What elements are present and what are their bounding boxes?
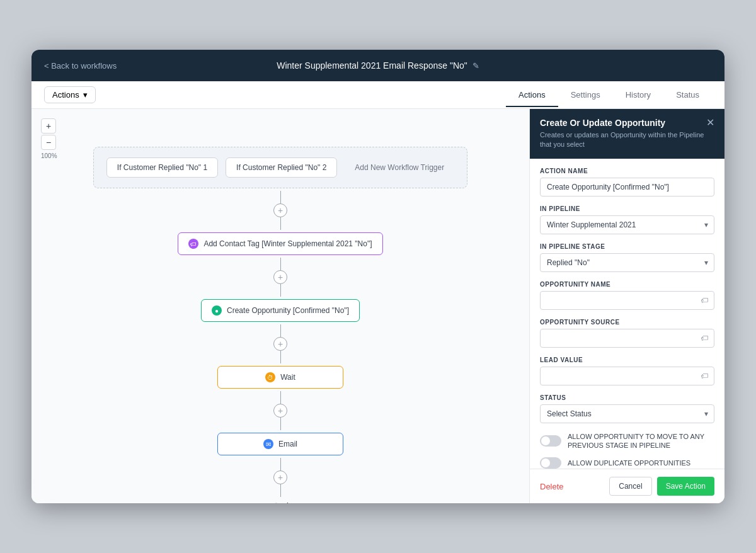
opportunity-source-input[interactable] <box>540 329 714 348</box>
finish-flag: 🏁 <box>270 502 292 503</box>
node-tag[interactable]: 🏷 Add Contact Tag [Winter Supplemental 2… <box>178 232 382 255</box>
opportunity-name-label: OPPORTUNITY NAME <box>540 281 714 288</box>
toggle-previous-stage[interactable] <box>540 435 561 447</box>
toggle-duplicate-label: ALLOW DUPLICATE OPPORTUNITIES <box>568 459 690 467</box>
right-panel: Create Or Update Opportunity Creates or … <box>529 109 724 503</box>
tabs-bar: Actions ▾ Actions Settings History Statu… <box>32 81 724 109</box>
connector-line <box>280 484 281 497</box>
connector-line <box>280 458 281 470</box>
panel-title: Create Or Update Opportunity <box>540 118 706 128</box>
toggle-row-duplicate: ALLOW DUPLICATE OPPORTUNITIES <box>540 457 714 469</box>
wait-icon: ⏱ <box>265 372 275 382</box>
toggle-row-previous-stage: ALLOW OPPORTUNITY TO MOVE TO ANY PREVIOU… <box>540 432 714 450</box>
connector-line <box>280 324 281 337</box>
node-email[interactable]: ✉ Email <box>217 433 343 455</box>
footer-actions: Cancel Save Action <box>609 477 714 496</box>
panel-header: Create Or Update Opportunity Creates or … <box>530 109 724 159</box>
add-trigger-button[interactable]: Add New Workflow Trigger <box>345 158 454 177</box>
field-group-opportunity-source: OPPORTUNITY SOURCE 🏷 <box>540 319 714 348</box>
add-step-circle-4[interactable]: + <box>273 404 287 418</box>
opportunity-source-wrapper: 🏷 <box>540 329 714 348</box>
main-content: + − 100% If Customer Replied "No" 1 If C… <box>32 109 724 503</box>
trigger-1[interactable]: If Customer Replied "No" 1 <box>106 157 218 178</box>
field-group-lead-value: LEAD VALUE 🏷 <box>540 356 714 385</box>
opportunity-source-label: OPPORTUNITY SOURCE <box>540 319 714 326</box>
trigger-2[interactable]: If Customer Replied "No" 2 <box>226 157 337 178</box>
add-step-circle-3[interactable]: + <box>273 337 287 351</box>
panel-body: ACTION NAME IN PIPELINE Winter Supplemen… <box>530 159 724 469</box>
action-name-label: ACTION NAME <box>540 168 714 174</box>
connector-line <box>280 284 281 297</box>
pipeline-stage-select-wrapper: Replied "No" ▾ <box>540 253 714 272</box>
panel-footer: Delete Cancel Save Action <box>530 469 724 503</box>
save-action-button[interactable]: Save Action <box>657 477 714 496</box>
tag-icon: 🏷 <box>701 334 708 343</box>
connector-5: + <box>273 458 287 497</box>
node-wait[interactable]: ⏱ Wait <box>217 366 343 389</box>
field-group-action-name: ACTION NAME <box>540 168 714 197</box>
toggle-knob <box>541 459 550 467</box>
toggle-knob <box>541 436 550 445</box>
field-group-pipeline: IN PIPELINE Winter Supplemental 2021 ▾ <box>540 205 714 234</box>
add-step-circle-1[interactable]: + <box>273 203 287 217</box>
opportunity-name-input[interactable] <box>540 291 714 310</box>
pipeline-stage-select[interactable]: Replied "No" <box>540 253 714 272</box>
pipeline-label: IN PIPELINE <box>540 205 714 212</box>
toggle-previous-stage-label: ALLOW OPPORTUNITY TO MOVE TO ANY PREVIOU… <box>568 432 714 450</box>
connector-line <box>280 191 281 203</box>
zoom-in-button[interactable]: + <box>41 118 56 134</box>
tab-settings[interactable]: Settings <box>558 84 613 107</box>
add-step-circle-2[interactable]: + <box>273 270 287 284</box>
app-header: < Back to workflows Winter Supplemental … <box>32 50 724 81</box>
delete-button[interactable]: Delete <box>540 482 564 491</box>
back-link[interactable]: < Back to workflows <box>44 61 117 71</box>
connector-3: + <box>273 324 287 363</box>
workflow-canvas: If Customer Replied "No" 1 If Customer R… <box>44 134 517 503</box>
status-label: STATUS <box>540 394 714 401</box>
field-group-pipeline-stage: IN PIPELINE STAGE Replied "No" ▾ <box>540 243 714 272</box>
node-opportunity[interactable]: ● Create Opportunity [Confirmed "No"] <box>201 299 360 322</box>
chevron-down-icon: ▾ <box>83 90 88 100</box>
tab-list: Actions Settings History Status <box>506 83 712 106</box>
add-step-circle-5[interactable]: + <box>273 470 287 484</box>
tag-icon: 🏷 <box>701 372 708 380</box>
cancel-button[interactable]: Cancel <box>609 477 651 496</box>
pipeline-select[interactable]: Winter Supplemental 2021 <box>540 215 714 234</box>
actions-dropdown-button[interactable]: Actions ▾ <box>44 86 96 103</box>
connector-line <box>280 418 281 430</box>
connector-line <box>280 217 281 230</box>
tab-status[interactable]: Status <box>663 84 712 107</box>
action-name-input[interactable] <box>540 178 714 197</box>
connector-line <box>280 258 281 270</box>
connector-line <box>280 351 281 363</box>
trigger-row: If Customer Replied "No" 1 If Customer R… <box>93 147 467 188</box>
connector-line <box>280 391 281 404</box>
connector-1: + <box>273 191 287 230</box>
field-group-opportunity-name: OPPORTUNITY NAME 🏷 <box>540 281 714 310</box>
header-title: Winter Supplemental 2021 Email Response … <box>277 60 479 71</box>
toggle-duplicate[interactable] <box>540 457 561 469</box>
zoom-controls: + − 100% <box>41 118 57 159</box>
pipeline-select-wrapper: Winter Supplemental 2021 ▾ <box>540 215 714 234</box>
email-icon: ✉ <box>263 439 273 449</box>
lead-value-input[interactable] <box>540 367 714 385</box>
field-group-status: STATUS Select Status ▾ <box>540 394 714 423</box>
status-select-wrapper: Select Status ▾ <box>540 404 714 423</box>
opportunity-name-wrapper: 🏷 <box>540 291 714 310</box>
status-select[interactable]: Select Status <box>540 404 714 423</box>
edit-icon[interactable]: ✎ <box>472 61 479 71</box>
tag-icon: 🏷 <box>188 239 198 249</box>
zoom-out-button[interactable]: − <box>41 135 56 150</box>
tab-actions[interactable]: Actions <box>506 84 558 107</box>
opportunity-icon: ● <box>212 305 222 316</box>
workflow-canvas-area[interactable]: + − 100% If Customer Replied "No" 1 If C… <box>32 109 529 503</box>
zoom-label: 100% <box>41 152 57 159</box>
connector-2: + <box>273 258 287 297</box>
panel-subtitle: Creates or updates an Opportunity within… <box>540 130 706 150</box>
tag-icon: 🏷 <box>701 296 708 305</box>
lead-value-wrapper: 🏷 <box>540 367 714 385</box>
pipeline-stage-label: IN PIPELINE STAGE <box>540 243 714 250</box>
close-panel-button[interactable]: ✕ <box>706 117 714 128</box>
connector-4: + <box>273 391 287 430</box>
tab-history[interactable]: History <box>613 84 663 107</box>
